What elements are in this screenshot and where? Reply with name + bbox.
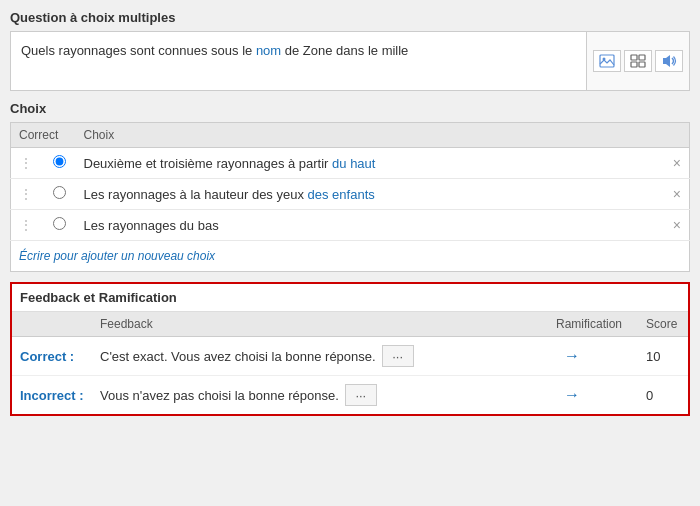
choix-section-title: Choix bbox=[10, 101, 690, 116]
question-toolbar bbox=[586, 32, 689, 90]
question-text-highlight: nom bbox=[256, 43, 281, 58]
svg-rect-5 bbox=[639, 62, 645, 67]
fb-label-header bbox=[12, 312, 92, 337]
radio-cell[interactable] bbox=[43, 210, 75, 241]
audio-button[interactable] bbox=[655, 50, 683, 72]
score-header: Score bbox=[638, 312, 688, 337]
incorrect-label: Incorrect : bbox=[12, 376, 92, 415]
incorrect-feedback-text-row: Vous n'avez pas choisi la bonne réponse.… bbox=[100, 384, 540, 406]
feedback-section: Feedback et Ramification Feedback Ramifi… bbox=[10, 282, 690, 416]
col-choix-header: Choix bbox=[76, 123, 665, 148]
question-section: Question à choix multiples Quels rayonna… bbox=[10, 10, 690, 91]
question-section-title: Question à choix multiples bbox=[10, 10, 690, 25]
ramification-header: Ramification bbox=[548, 312, 638, 337]
question-text-area: Quels rayonnages sont connues sous le no… bbox=[11, 32, 586, 90]
radio-cell[interactable] bbox=[43, 179, 75, 210]
choice-row: ⋮ Deuxième et troisième rayonnages à par… bbox=[11, 148, 690, 179]
feedback-row-incorrect: Incorrect : Vous n'avez pas choisi la bo… bbox=[12, 376, 688, 415]
svg-rect-0 bbox=[600, 55, 614, 67]
radio-cell[interactable] bbox=[43, 148, 75, 179]
choix-section: Choix Correct Choix ⋮ Deuxième et troisi… bbox=[10, 101, 690, 272]
incorrect-arrow-icon[interactable]: → bbox=[556, 386, 588, 403]
delete-choice-2[interactable]: × bbox=[665, 179, 690, 210]
choice-text-1: Deuxième et troisième rayonnages à parti… bbox=[76, 148, 665, 179]
svg-rect-4 bbox=[631, 62, 637, 67]
add-choice-cell[interactable]: Écrire pour ajouter un nouveau choix bbox=[11, 241, 690, 272]
col-correct-header: Correct bbox=[11, 123, 76, 148]
grid-button[interactable] bbox=[624, 50, 652, 72]
incorrect-feedback-cell: Vous n'avez pas choisi la bonne réponse.… bbox=[92, 376, 548, 415]
choix-table: Correct Choix ⋮ Deuxième et troisième ra… bbox=[10, 122, 690, 272]
choice-text-2: Les rayonnages à la hauteur des yeux des… bbox=[76, 179, 665, 210]
question-text-part1: Quels rayonnages sont connues sous le bbox=[21, 43, 256, 58]
svg-rect-2 bbox=[631, 55, 637, 60]
radio-correct-1[interactable] bbox=[53, 155, 66, 168]
question-text-part2: de Zone dans le mille bbox=[281, 43, 408, 58]
correct-more-button[interactable]: ··· bbox=[382, 345, 414, 367]
feedback-header: Feedback bbox=[92, 312, 548, 337]
drag-handle[interactable]: ⋮ bbox=[11, 148, 44, 179]
drag-handle[interactable]: ⋮ bbox=[11, 210, 44, 241]
correct-feedback-text-row: C'est exact. Vous avez choisi la bonne r… bbox=[100, 345, 540, 367]
add-choice-link[interactable]: Écrire pour ajouter un nouveau choix bbox=[19, 249, 215, 263]
feedback-section-title: Feedback et Ramification bbox=[12, 284, 688, 312]
correct-feedback-text: C'est exact. Vous avez choisi la bonne r… bbox=[100, 349, 376, 364]
choice-row: ⋮ Les rayonnages à la hauteur des yeux d… bbox=[11, 179, 690, 210]
incorrect-score: 0 bbox=[638, 376, 688, 415]
incorrect-more-button[interactable]: ··· bbox=[345, 384, 377, 406]
choice-text-3: Les rayonnages du bas bbox=[76, 210, 665, 241]
col-delete-header bbox=[665, 123, 690, 148]
correct-label: Correct : bbox=[12, 337, 92, 376]
feedback-row-correct: Correct : C'est exact. Vous avez choisi … bbox=[12, 337, 688, 376]
drag-handle[interactable]: ⋮ bbox=[11, 179, 44, 210]
main-container: Question à choix multiples Quels rayonna… bbox=[0, 0, 700, 426]
correct-ramification-cell: → bbox=[548, 337, 638, 376]
choice-row: ⋮ Les rayonnages du bas × bbox=[11, 210, 690, 241]
radio-correct-3[interactable] bbox=[53, 217, 66, 230]
correct-arrow-icon[interactable]: → bbox=[556, 347, 588, 364]
delete-choice-3[interactable]: × bbox=[665, 210, 690, 241]
correct-score: 10 bbox=[638, 337, 688, 376]
incorrect-feedback-text: Vous n'avez pas choisi la bonne réponse. bbox=[100, 388, 339, 403]
incorrect-ramification-cell: → bbox=[548, 376, 638, 415]
radio-correct-2[interactable] bbox=[53, 186, 66, 199]
add-choice-row[interactable]: Écrire pour ajouter un nouveau choix bbox=[11, 241, 690, 272]
feedback-table: Feedback Ramification Score Correct : C'… bbox=[12, 312, 688, 414]
toolbar-row bbox=[593, 50, 683, 72]
image-button[interactable] bbox=[593, 50, 621, 72]
correct-feedback-cell: C'est exact. Vous avez choisi la bonne r… bbox=[92, 337, 548, 376]
svg-rect-3 bbox=[639, 55, 645, 60]
svg-marker-6 bbox=[663, 55, 670, 67]
delete-choice-1[interactable]: × bbox=[665, 148, 690, 179]
question-box: Quels rayonnages sont connues sous le no… bbox=[10, 31, 690, 91]
